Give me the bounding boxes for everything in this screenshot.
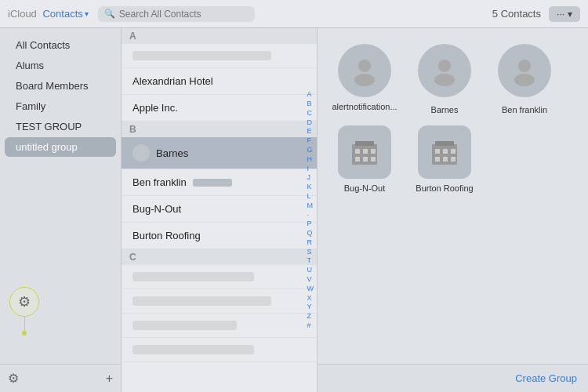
svg-rect-9: [363, 149, 368, 154]
avatar-barnes-card: [418, 44, 471, 97]
sidebar-item-board-members[interactable]: Board Members: [5, 76, 116, 96]
sidebar-item-untitled-group[interactable]: untitled group: [5, 137, 116, 157]
alpha-b[interactable]: B: [306, 100, 316, 108]
alpha-w[interactable]: W: [306, 285, 316, 293]
alpha-a[interactable]: A: [306, 90, 316, 99]
svg-rect-8: [355, 149, 360, 154]
sidebar-item-alums[interactable]: Alums: [5, 56, 116, 75]
gear-line: [24, 317, 25, 331]
settings-icon[interactable]: ⚙: [8, 371, 19, 386]
svg-rect-15: [435, 141, 454, 146]
avatar-barnes: [132, 144, 150, 162]
list-item-apple-inc[interactable]: Apple Inc.: [122, 95, 317, 122]
search-input[interactable]: [119, 9, 249, 20]
app-title: iCloud Contacts ▾: [8, 8, 89, 20]
avatar-ben-franklin: [498, 44, 551, 97]
alpha-t[interactable]: T: [306, 256, 316, 265]
list-item-blurred-c3[interactable]: [122, 314, 317, 338]
avatar-burton-roofing: [418, 125, 471, 179]
svg-point-4: [518, 60, 531, 72]
add-contact-icon[interactable]: +: [106, 372, 113, 386]
sidebar-item-all-contacts[interactable]: All Contacts: [5, 35, 116, 55]
sidebar-item-test-group[interactable]: TEST GROUP: [5, 117, 116, 136]
card-name-ben-franklin: Ben franklin: [502, 102, 547, 116]
contacts-grid: alertnotification... Barnes: [329, 44, 576, 193]
alpha-f[interactable]: F: [306, 136, 316, 145]
svg-rect-13: [371, 157, 376, 162]
alpha-separator: ·: [306, 211, 316, 220]
alpha-z[interactable]: Z: [306, 312, 316, 321]
alpha-y[interactable]: Y: [306, 303, 316, 311]
alpha-k[interactable]: K: [306, 183, 316, 191]
svg-rect-16: [435, 149, 440, 154]
contacts-label[interactable]: Contacts: [42, 8, 82, 20]
contact-card-barnes[interactable]: Barnes: [409, 44, 480, 116]
alpha-j[interactable]: J: [306, 173, 316, 182]
sidebar-item-family[interactable]: Family: [5, 96, 116, 116]
contact-card-alertnotification[interactable]: alertnotification...: [329, 44, 400, 116]
contact-card-ben-franklin[interactable]: Ben franklin: [489, 44, 560, 116]
alpha-g[interactable]: G: [306, 146, 316, 154]
avatar-alertnotification: [338, 44, 391, 97]
detail-panel: alertnotification... Barnes: [318, 28, 588, 392]
gear-badge: ⚙: [9, 287, 39, 336]
search-bar[interactable]: 🔍: [98, 6, 255, 22]
contact-card-burton-roofing[interactable]: Burton Roofing: [409, 125, 480, 193]
list-item-ben-franklin[interactable]: Ben franklin: [122, 169, 317, 196]
svg-rect-20: [443, 157, 448, 162]
gear-circle: ⚙: [9, 287, 39, 317]
alpha-s[interactable]: S: [306, 248, 316, 256]
svg-rect-11: [355, 157, 360, 162]
avatar-bug-n-out: [338, 125, 391, 179]
card-name-alertnotification: alertnotification...: [332, 102, 397, 111]
blurred-row: [132, 272, 254, 281]
detail-footer: Create Group: [318, 364, 588, 392]
view-toggle-button[interactable]: ··· ▾: [549, 6, 580, 22]
list-item-blurred-c4[interactable]: [122, 338, 317, 362]
contact-card-bug-n-out[interactable]: Bug-N-Out: [329, 125, 400, 193]
list-item-alexandrian-hotel[interactable]: Alexandrian Hotel: [122, 68, 317, 95]
alpha-x[interactable]: X: [306, 294, 316, 303]
chevron-down-icon[interactable]: ▾: [85, 9, 89, 18]
svg-point-5: [514, 74, 535, 86]
alpha-header-c: C: [122, 249, 317, 265]
blurred-name: [132, 51, 271, 60]
alpha-h[interactable]: H: [306, 155, 316, 164]
alpha-u[interactable]: U: [306, 266, 316, 274]
list-item-blurred-a[interactable]: [122, 44, 317, 68]
card-name-bug-n-out: Bug-N-Out: [344, 183, 386, 193]
alpha-header-b: B: [122, 122, 317, 137]
sidebar-footer: ⚙ +: [0, 364, 121, 392]
icloud-label: iCloud: [8, 8, 37, 20]
svg-point-1: [354, 74, 375, 86]
alpha-p[interactable]: P: [306, 220, 316, 228]
list-item-blurred-c2[interactable]: [122, 289, 317, 314]
blurred-row: [132, 321, 237, 330]
list-item-bug-n-out[interactable]: Bug-N-Out: [122, 196, 317, 223]
alpha-c[interactable]: C: [306, 109, 316, 118]
alpha-index[interactable]: A B C D E F G H I J K L M · P Q R S T U …: [306, 28, 316, 392]
alpha-e[interactable]: E: [306, 127, 316, 136]
alpha-l[interactable]: L: [306, 192, 316, 201]
list-item-barnes[interactable]: Barnes: [122, 137, 317, 169]
alpha-hash[interactable]: #: [306, 321, 316, 330]
create-group-button[interactable]: Create Group: [515, 372, 577, 384]
alpha-i[interactable]: I: [306, 165, 316, 173]
alpha-r[interactable]: R: [306, 238, 316, 247]
contact-name-burton-roofing: Burton Roofing: [132, 230, 201, 241]
alpha-v[interactable]: V: [306, 275, 316, 284]
alpha-m[interactable]: M: [306, 201, 316, 210]
alpha-q[interactable]: Q: [306, 229, 316, 238]
contact-name-bug-n-out: Bug-N-Out: [132, 203, 181, 215]
list-item-blurred-c1[interactable]: [122, 265, 317, 289]
blurred-row: [132, 296, 271, 306]
alpha-d[interactable]: D: [306, 118, 316, 127]
list-item-burton-roofing[interactable]: Burton Roofing: [122, 223, 317, 249]
svg-rect-14: [432, 144, 457, 165]
svg-rect-21: [451, 157, 456, 162]
detail-view: alertnotification... Barnes: [318, 28, 588, 364]
sidebar: All Contacts Alums Board Members Family …: [0, 28, 122, 392]
contact-name-ben-franklin: Ben franklin: [132, 176, 187, 188]
main-layout: All Contacts Alums Board Members Family …: [0, 28, 588, 392]
search-icon: 🔍: [104, 9, 115, 19]
